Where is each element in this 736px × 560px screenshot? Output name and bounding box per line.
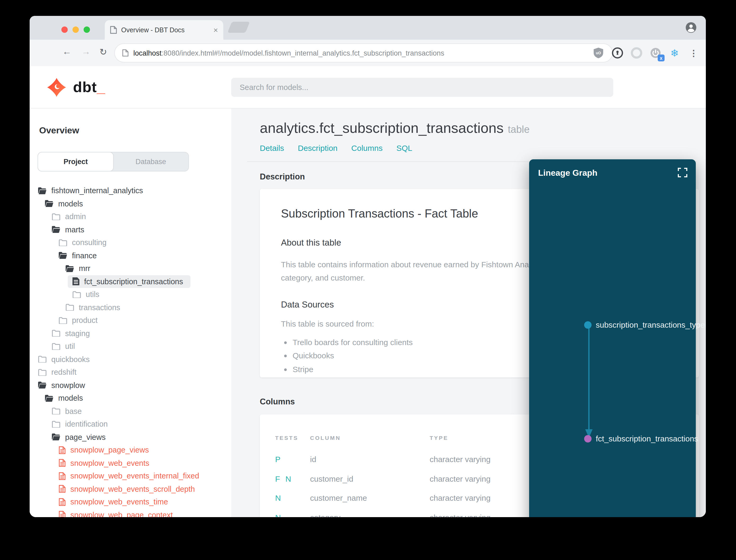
folder-open-icon (45, 200, 53, 207)
fullscreen-icon[interactable] (678, 168, 687, 177)
url-path: :8080/index.html#!/model/model.fishtown_… (162, 49, 444, 57)
model-tab-details[interactable]: Details (260, 143, 284, 152)
close-window-button[interactable] (61, 27, 68, 33)
tree-item-snowplow_page_views[interactable]: snowplow_page_views (59, 444, 149, 456)
screenshot-stage: Overview - DBT Docs × ← → ↻ localhost:80… (0, 0, 736, 560)
tree-item-admin[interactable]: admin (52, 210, 86, 223)
lineage-node-target[interactable]: fct_subscription_transactions (584, 434, 698, 443)
tree-item-models[interactable]: models (45, 392, 83, 404)
file-outline-icon (59, 472, 66, 480)
disabled-circle-icon[interactable] (631, 47, 642, 59)
tree-item-label: redshift (51, 368, 76, 376)
new-tab-button[interactable] (228, 22, 250, 33)
zoom-window-button[interactable] (84, 27, 90, 33)
browser-toolbar: ← → ↻ localhost:8080/index.html#!/model/… (30, 40, 706, 66)
tree-item-page_views[interactable]: page_views (52, 431, 106, 443)
folder-closed-icon (38, 369, 47, 376)
model-tab-sql[interactable]: SQL (396, 143, 412, 152)
tree-item-label: models (58, 199, 83, 208)
search-input[interactable] (231, 78, 613, 97)
cell-column: category (310, 513, 341, 517)
dbt-logo-icon (47, 77, 67, 97)
tree-item-label: models (58, 394, 83, 402)
page-favicon-icon (110, 26, 117, 34)
folder-closed-icon (66, 304, 74, 311)
node-dot-source (584, 321, 591, 328)
tree-item-redshift[interactable]: redshift (38, 366, 76, 378)
tree-item-utils[interactable]: utils (73, 288, 100, 301)
model-tab-description[interactable]: Description (298, 143, 338, 152)
url-bar[interactable]: localhost:8080/index.html#!/model/model.… (114, 43, 613, 62)
back-button[interactable]: ← (62, 47, 71, 57)
tree-item-snowplow_web_page_context[interactable]: snowplow_web_page_context (59, 508, 173, 517)
url-host: localhost (133, 49, 162, 57)
tree-item-snowplow_web_events_scroll_depth[interactable]: snowplow_web_events_scroll_depth (59, 482, 195, 495)
power-x-badge: x (658, 55, 665, 61)
folder-closed-icon (52, 213, 60, 220)
tree-item-fct_subscription_transactions[interactable]: fct_subscription_transactions (68, 275, 191, 288)
tree-item-finance[interactable]: finance (59, 249, 97, 262)
cell-column: customer_name (310, 493, 367, 502)
model-tab-columns[interactable]: Columns (351, 143, 382, 152)
tab-project[interactable]: Project (38, 152, 113, 171)
folder-open-icon (66, 265, 74, 272)
folder-closed-icon (52, 330, 60, 337)
tab-title: Overview - DBT Docs (121, 26, 213, 34)
power-icon[interactable]: x (650, 47, 661, 59)
tree-item-quickbooks[interactable]: quickbooks (38, 353, 90, 365)
cell-type: character varying (430, 474, 490, 483)
cell-type: character varying (430, 493, 490, 502)
tree-item-fishtown_internal_analytics[interactable]: fishtown_internal_analytics (38, 184, 143, 197)
ublock-shield-icon[interactable]: uO (593, 47, 604, 59)
description-section-label: Description (260, 172, 305, 182)
project-database-toggle: Project Database (38, 152, 189, 171)
tree-item-snowplow_web_events[interactable]: snowplow_web_events (59, 457, 149, 469)
tree-item-transactions[interactable]: transactions (66, 301, 120, 314)
file-outline-icon (59, 511, 66, 517)
tree-item-label: page_views (65, 433, 106, 441)
folder-closed-icon (59, 317, 67, 324)
tree-item-models[interactable]: models (45, 197, 83, 210)
cell-type: character varying (430, 513, 490, 517)
profile-avatar-icon[interactable] (685, 21, 697, 34)
minimize-window-button[interactable] (73, 27, 79, 33)
tree-item-staging[interactable]: staging (52, 327, 90, 340)
file-outline-icon (59, 459, 66, 467)
lineage-node-source[interactable]: subscription_transactions_typed (584, 320, 706, 329)
tree-item-label: fishtown_internal_analytics (51, 186, 143, 195)
tree-item-label: snowplow_web_page_context (70, 511, 173, 517)
tree-item-marts[interactable]: marts (52, 223, 84, 236)
browser-tab[interactable]: Overview - DBT Docs × (105, 20, 223, 40)
forward-button[interactable]: → (82, 47, 91, 57)
tree-item-mrr[interactable]: mrr (66, 262, 91, 275)
tree-item-product[interactable]: product (59, 314, 98, 327)
tab-database[interactable]: Database (113, 152, 188, 171)
folder-open-icon (45, 395, 53, 401)
node-dot-target (584, 435, 591, 442)
tree-item-snowplow[interactable]: snowplow (38, 379, 85, 391)
node-label-target: fct_subscription_transactions (596, 434, 698, 443)
folder-closed-icon (73, 291, 81, 298)
tree-item-consulting[interactable]: consulting (59, 236, 107, 249)
browser-window: Overview - DBT Docs × ← → ↻ localhost:80… (30, 16, 706, 517)
refresh-button[interactable]: ↻ (100, 47, 107, 58)
tree-item-label: transactions (79, 303, 120, 311)
tree-item-base[interactable]: base (52, 405, 82, 417)
svg-text:uO: uO (596, 51, 601, 55)
tree-item-snowplow_web_events_internal_fixed[interactable]: snowplow_web_events_internal_fixed (59, 469, 199, 482)
tree-item-label: base (65, 407, 82, 415)
tree-item-label: consulting (72, 238, 107, 247)
tree-item-label: marts (65, 225, 84, 234)
tree-item-identification[interactable]: identification (52, 418, 108, 430)
dbt-logo[interactable]: dbt_ (47, 77, 105, 97)
onepassword-keyhole-icon[interactable] (612, 47, 623, 59)
tree-item-util[interactable]: util (52, 340, 75, 353)
lineage-graph-panel: Lineage Graph subscription_transactions_… (529, 159, 696, 517)
tree-item-snowplow_web_events_time[interactable]: snowplow_web_events_time (59, 495, 168, 508)
browser-menu-icon[interactable]: ⋮ (688, 47, 699, 59)
logo-underscore: _ (97, 79, 105, 95)
snowflake-icon[interactable]: ❄ (669, 47, 680, 59)
browser-tabstrip: Overview - DBT Docs × (30, 16, 706, 40)
tab-close-icon[interactable]: × (213, 26, 218, 34)
tree-item-label: fct_subscription_transactions (84, 277, 183, 286)
